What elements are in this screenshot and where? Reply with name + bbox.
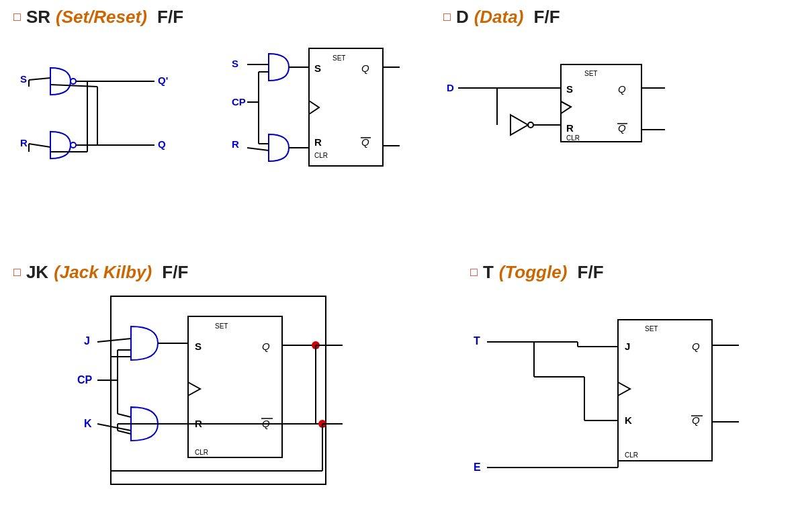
jk-bracket: □ [13,265,21,279]
svg-text:S: S [314,62,321,74]
svg-text:R: R [314,136,322,148]
svg-line-4 [29,78,50,80]
svg-text:CLR: CLR [314,152,328,159]
jk-title: □ JK(Jack Kilby) F/F [13,262,430,283]
d-title: □ D(Data) F/F [443,7,766,28]
svg-text:CP: CP [232,96,246,107]
svg-text:SET: SET [332,54,345,62]
svg-text:K: K [625,414,632,426]
sr-diagram: S R Q' Q [13,34,222,175]
svg-text:Q: Q [361,62,369,74]
t-title: □ T(Toggle) F/F [470,262,779,283]
t-suffix: F/F [572,262,603,283]
svg-text:S: S [232,58,238,69]
svg-line-83 [118,431,131,434]
d-italic: (Data) [474,7,524,28]
sr-clocked-diagram: S CP R S SET Q R CLR Q [228,35,416,176]
d-bracket: □ [443,10,451,24]
svg-text:SET: SET [645,325,658,332]
svg-text:S: S [566,83,573,95]
svg-text:Q: Q [692,341,700,352]
jk-italic: (Jack Kilby) [54,262,152,283]
d-prefix: D [456,7,469,28]
sr-title: □ SR(Set/Reset) F/F [13,7,222,28]
svg-text:CLR: CLR [625,451,638,459]
svg-line-60 [97,339,131,342]
svg-text:R: R [232,138,239,150]
d-suffix: F/F [529,7,560,28]
svg-text:D: D [447,82,454,93]
t-section: □ T(Toggle) F/F T E J SET Q K CLR Q [470,262,779,504]
svg-line-5 [29,144,50,147]
svg-text:T: T [474,335,480,347]
sr-bracket: □ [13,10,21,24]
sr-suffix: F/F [152,7,183,28]
sr-prefix: SR [26,7,50,28]
jk-diagram: J CP K S SET Q R CLR Q [13,290,430,504]
svg-text:SET: SET [215,322,228,330]
svg-text:K: K [84,418,92,429]
d-diagram: D S SET Q R CLR Q [443,34,766,175]
svg-text:R: R [566,122,574,134]
svg-text:Q: Q [618,83,626,95]
svg-text:CLR: CLR [566,134,580,142]
svg-text:Q: Q [158,138,166,150]
sr-section: □ SR(Set/Reset) F/F S R Q' Q [13,7,222,175]
svg-text:R: R [20,137,28,148]
svg-text:CP: CP [77,374,93,386]
svg-point-3 [71,142,76,148]
svg-line-27 [247,148,269,150]
svg-text:J: J [84,335,90,347]
svg-rect-69 [188,316,282,457]
svg-text:E: E [474,461,481,473]
jk-section: □ JK(Jack Kilby) F/F J CP K S SET Q [13,262,430,504]
svg-text:Q: Q [262,341,270,352]
svg-line-15 [50,85,97,87]
svg-line-65 [118,414,131,417]
t-prefix: T [483,262,494,283]
d-section: □ D(Data) F/F D S SET Q R CLR Q [443,7,766,175]
svg-text:SET: SET [584,70,597,77]
sr-clocked-section: S CP R S SET Q R CLR Q [228,7,416,176]
svg-text:CLR: CLR [195,449,208,456]
sr-italic: (Set/Reset) [56,7,147,28]
svg-text:Q': Q' [158,75,168,86]
t-italic: (Toggle) [499,262,568,283]
t-diagram: T E J SET Q K CLR Q [470,290,779,504]
t-bracket: □ [470,265,478,279]
svg-text:S: S [195,341,202,352]
svg-text:J: J [625,341,630,352]
svg-line-66 [97,424,131,431]
svg-text:S: S [20,73,27,85]
jk-suffix: F/F [157,262,188,283]
jk-prefix: JK [26,262,48,283]
svg-point-2 [71,79,76,84]
